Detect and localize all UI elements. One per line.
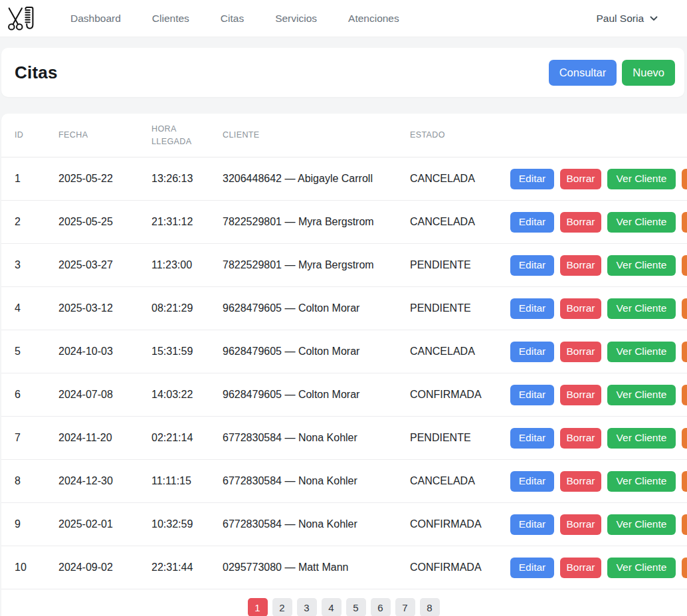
- pagination-page-8[interactable]: 8: [420, 598, 440, 616]
- cell-estado: PENDIENTE: [410, 259, 510, 271]
- cell-hora-llegada: 14:03:22: [151, 389, 223, 401]
- borrar-button[interactable]: Borrar: [560, 471, 601, 492]
- cell-id: 8: [1, 475, 58, 487]
- partially-visible-orange-button[interactable]: [682, 298, 687, 319]
- cell-cliente: 7822529801 — Myra Bergstrom: [223, 259, 410, 271]
- nav-item-clientes[interactable]: Clientes: [152, 13, 189, 25]
- user-menu[interactable]: Paul Soria: [596, 13, 658, 25]
- cell-fecha: 2025-05-25: [58, 216, 151, 228]
- cell-fecha: 2024-11-20: [58, 432, 151, 444]
- borrar-button[interactable]: Borrar: [560, 169, 601, 189]
- cell-fecha: 2024-12-30: [58, 475, 151, 487]
- cell-id: 2: [1, 216, 58, 228]
- borrar-button[interactable]: Borrar: [560, 212, 601, 233]
- pagination-page-7[interactable]: 7: [395, 598, 415, 616]
- editar-button[interactable]: Editar: [510, 212, 554, 233]
- borrar-button[interactable]: Borrar: [560, 298, 601, 319]
- ver-cliente-button[interactable]: Ver Cliente: [607, 385, 676, 405]
- cell-estado: CANCELADA: [410, 216, 510, 228]
- cell-cliente: 9628479605 — Colton Morar: [223, 346, 410, 358]
- borrar-button[interactable]: Borrar: [560, 385, 601, 405]
- row-actions: Editar Borrar Ver Cliente: [510, 558, 687, 578]
- borrar-button[interactable]: Borrar: [560, 428, 601, 449]
- ver-cliente-button[interactable]: Ver Cliente: [607, 298, 676, 319]
- user-name: Paul Soria: [596, 13, 644, 25]
- row-actions: Editar Borrar Ver Cliente: [510, 514, 687, 535]
- cell-hora-llegada: 10:32:59: [151, 518, 223, 530]
- cell-hora-llegada: 22:31:44: [151, 562, 223, 573]
- partially-visible-orange-button[interactable]: [682, 428, 687, 449]
- scissors-comb-logo-icon[interactable]: [7, 4, 36, 33]
- partially-visible-orange-button[interactable]: [682, 385, 687, 405]
- row-actions: Editar Borrar Ver Cliente: [510, 212, 687, 233]
- partially-visible-orange-button[interactable]: [682, 471, 687, 492]
- ver-cliente-button[interactable]: Ver Cliente: [607, 428, 676, 449]
- editar-button[interactable]: Editar: [510, 428, 554, 449]
- cell-fecha: 2024-09-02: [58, 562, 151, 573]
- ver-cliente-button[interactable]: Ver Cliente: [607, 558, 676, 578]
- editar-button[interactable]: Editar: [510, 169, 554, 189]
- pagination-page-3[interactable]: 3: [297, 598, 317, 616]
- nuevo-button[interactable]: Nuevo: [622, 60, 675, 86]
- editar-button[interactable]: Editar: [510, 298, 554, 319]
- pagination-page-1[interactable]: 1: [248, 598, 268, 616]
- cell-id: 7: [1, 432, 58, 444]
- borrar-button[interactable]: Borrar: [560, 514, 601, 535]
- column-header-estado: ESTADO: [410, 129, 510, 142]
- row-actions: Editar Borrar Ver Cliente: [510, 428, 687, 449]
- cell-hora-llegada: 11:11:15: [151, 475, 223, 487]
- cell-estado: CANCELADA: [410, 346, 510, 358]
- table-row: 1 2025-05-22 13:26:13 3206448642 — Abiga…: [1, 157, 687, 201]
- column-header-fecha: FECHA: [58, 129, 151, 142]
- table-row: 7 2024-11-20 02:21:14 6772830584 — Nona …: [1, 417, 687, 460]
- pagination-page-2[interactable]: 2: [272, 598, 292, 616]
- ver-cliente-button[interactable]: Ver Cliente: [607, 212, 676, 233]
- pagination-page-4[interactable]: 4: [322, 598, 342, 616]
- editar-button[interactable]: Editar: [510, 342, 554, 362]
- partially-visible-orange-button[interactable]: [682, 514, 687, 535]
- cell-hora-llegada: 13:26:13: [151, 173, 223, 185]
- top-navbar: Dashboard Clientes Citas Servicios Atenc…: [0, 0, 687, 37]
- table-row: 5 2024-10-03 15:31:59 9628479605 — Colto…: [1, 330, 687, 373]
- cell-cliente: 0295773080 — Matt Mann: [223, 562, 410, 573]
- borrar-button[interactable]: Borrar: [560, 342, 601, 362]
- editar-button[interactable]: Editar: [510, 385, 554, 405]
- borrar-button[interactable]: Borrar: [560, 255, 601, 276]
- cell-id: 10: [1, 562, 58, 573]
- header-actions: Consultar Nuevo: [549, 60, 675, 86]
- cell-fecha: 2025-02-01: [58, 518, 151, 530]
- row-actions: Editar Borrar Ver Cliente: [510, 255, 687, 276]
- table-body: 1 2025-05-22 13:26:13 3206448642 — Abiga…: [1, 157, 687, 589]
- borrar-button[interactable]: Borrar: [560, 558, 601, 578]
- cell-cliente: 6772830584 — Nona Kohler: [223, 475, 410, 487]
- ver-cliente-button[interactable]: Ver Cliente: [607, 471, 676, 492]
- nav-item-servicios[interactable]: Servicios: [275, 13, 317, 25]
- pagination-page-5[interactable]: 5: [346, 598, 366, 616]
- table-row: 2 2025-05-25 21:31:12 7822529801 — Myra …: [1, 201, 687, 244]
- page-header-card: Citas Consultar Nuevo: [1, 48, 684, 97]
- editar-button[interactable]: Editar: [510, 514, 554, 535]
- nav-item-dashboard[interactable]: Dashboard: [70, 13, 121, 25]
- cell-fecha: 2024-07-08: [58, 389, 151, 401]
- partially-visible-orange-button[interactable]: [682, 342, 687, 362]
- nav-item-citas[interactable]: Citas: [221, 13, 244, 25]
- ver-cliente-button[interactable]: Ver Cliente: [607, 169, 676, 189]
- ver-cliente-button[interactable]: Ver Cliente: [607, 342, 676, 362]
- ver-cliente-button[interactable]: Ver Cliente: [607, 514, 676, 535]
- partially-visible-orange-button[interactable]: [682, 212, 687, 233]
- page-title: Citas: [15, 62, 58, 83]
- consultar-button[interactable]: Consultar: [549, 60, 617, 86]
- pagination-page-6[interactable]: 6: [371, 598, 391, 616]
- partially-visible-orange-button[interactable]: [682, 169, 687, 189]
- partially-visible-orange-button[interactable]: [682, 558, 687, 578]
- ver-cliente-button[interactable]: Ver Cliente: [607, 255, 676, 276]
- cell-cliente: 6772830584 — Nona Kohler: [223, 518, 410, 530]
- editar-button[interactable]: Editar: [510, 471, 554, 492]
- cell-hora-llegada: 15:31:59: [151, 346, 223, 358]
- partially-visible-orange-button[interactable]: [682, 255, 687, 276]
- editar-button[interactable]: Editar: [510, 255, 554, 276]
- cell-cliente: 9628479605 — Colton Morar: [223, 302, 410, 314]
- nav-item-atenciones[interactable]: Atenciones: [348, 13, 399, 25]
- editar-button[interactable]: Editar: [510, 558, 554, 578]
- cell-id: 6: [1, 389, 58, 401]
